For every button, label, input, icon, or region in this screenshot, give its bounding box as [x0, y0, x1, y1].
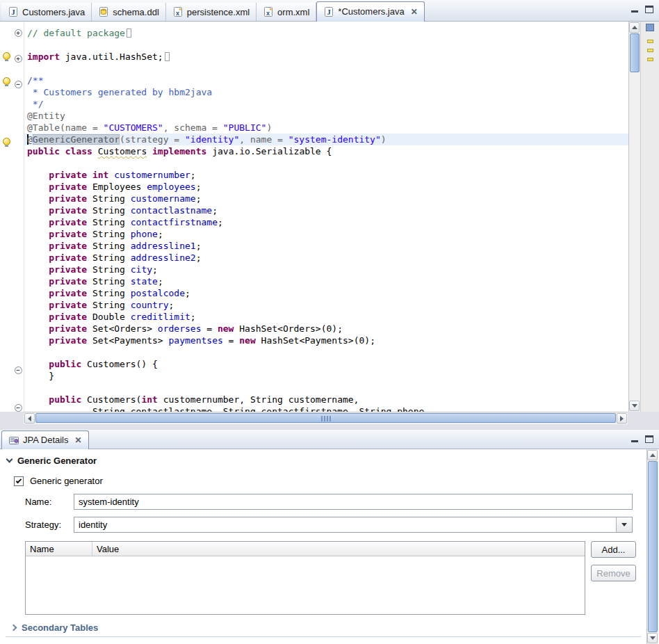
- svg-text:x: x: [176, 10, 179, 17]
- java-editor[interactable]: ++−−− // default packageimport java.util…: [0, 22, 659, 412]
- tab-close-icon[interactable]: ✕: [75, 435, 82, 445]
- editor-stack: JCustomers.javaschema.ddlxpersistence.xm…: [0, 0, 659, 424]
- editor-tab-strip: JCustomers.javaschema.ddlxpersistence.xm…: [0, 0, 659, 21]
- code-line: public Customers(int customernumber, Str…: [24, 394, 628, 405]
- remove-button[interactable]: Remove: [591, 565, 636, 581]
- svg-text:J: J: [11, 8, 15, 16]
- annotation-row: [0, 256, 13, 268]
- annotation-row: [0, 27, 13, 39]
- code-token: private: [49, 205, 87, 216]
- editor-horizontal-scrollbar[interactable]: [24, 412, 628, 424]
- annotation-row: [0, 185, 13, 197]
- fold-row: [13, 140, 24, 152]
- code-line: private String city;: [24, 264, 628, 275]
- generic-generator-section-header[interactable]: Generic Generator: [7, 456, 97, 466]
- code-token: ;: [158, 229, 163, 239]
- editor-tab-orm.xml[interactable]: xorm.xml: [257, 3, 316, 21]
- code-token: private: [49, 288, 87, 298]
- section-divider: [6, 636, 641, 637]
- fold-collapse-icon[interactable]: −: [15, 404, 22, 412]
- tab-jpa-details[interactable]: JPA Details ✕: [1, 430, 89, 449]
- vertical-scrollbar-thumb[interactable]: [648, 461, 658, 632]
- scroll-right-arrow-icon[interactable]: [617, 413, 627, 424]
- name-label: Name:: [25, 497, 51, 507]
- overview-warning-mark[interactable]: [647, 40, 653, 43]
- overview-warning-mark[interactable]: [647, 58, 653, 61]
- fold-collapse-icon[interactable]: −: [15, 367, 22, 374]
- tab-close-icon[interactable]: ✕: [411, 7, 418, 17]
- editor-tab-schema.ddl[interactable]: schema.ddl: [92, 3, 165, 21]
- code-line: import java.util.HashSet;: [24, 51, 628, 63]
- code-line: private int customernumber;: [24, 169, 628, 181]
- fold-row: [13, 353, 24, 364]
- maximize-icon[interactable]: [645, 6, 653, 13]
- section-collapsed-twistie-icon[interactable]: [10, 625, 17, 631]
- scroll-up-arrow-icon[interactable]: [629, 22, 640, 33]
- scroll-up-arrow-icon[interactable]: [647, 450, 658, 460]
- code-token: private: [49, 323, 87, 334]
- code-token: "PUBLIC": [223, 122, 267, 133]
- code-token: ;: [190, 170, 196, 180]
- jpa-details-stack: JPA Details ✕ Generic Generator Generic …: [0, 430, 659, 644]
- code-token: postalcode: [131, 288, 185, 298]
- code-token: public: [49, 394, 81, 405]
- annotation-row: [0, 280, 13, 291]
- minimize-icon[interactable]: [630, 6, 639, 13]
- properties-table[interactable]: NameValue: [25, 541, 585, 615]
- editor-tab-customers.java[interactable]: JCustomers.java: [1, 3, 92, 21]
- view-vertical-scrollbar[interactable]: [646, 449, 658, 644]
- code-token: private: [49, 276, 87, 287]
- annotation-gutter: [0, 22, 13, 412]
- code-token: , name =: [239, 134, 288, 145]
- code-area[interactable]: // default packageimport java.util.HashS…: [24, 22, 628, 412]
- maximize-icon[interactable]: [645, 435, 653, 443]
- scroll-left-arrow-icon[interactable]: [24, 413, 35, 424]
- code-token: /**: [27, 75, 43, 86]
- quickfix-lightbulb-icon[interactable]: [3, 77, 10, 85]
- editor-tab-persistence.xml[interactable]: xpersistence.xml: [166, 3, 257, 21]
- column-header-name[interactable]: Name: [26, 542, 92, 556]
- code-line: @Table(name = "CUSTOMERS", schema = "PUB…: [24, 122, 628, 134]
- fold-collapse-icon[interactable]: −: [15, 81, 22, 88]
- code-token: [27, 359, 49, 369]
- editor-vertical-scrollbar[interactable]: [628, 22, 640, 412]
- code-token: @: [27, 134, 33, 145]
- annotation-row: [0, 244, 13, 256]
- quickfix-lightbulb-icon[interactable]: [3, 52, 10, 60]
- code-token: java.io.Serializable {: [206, 146, 332, 156]
- quickfix-lightbulb-icon[interactable]: [3, 138, 10, 145]
- code-token: "CUSTOMERS": [104, 122, 163, 133]
- code-token: [27, 312, 49, 322]
- code-token: ;: [158, 276, 163, 287]
- java-file-icon: J: [323, 6, 334, 17]
- generic-generator-checkbox[interactable]: [14, 476, 24, 486]
- section-expanded-twistie-icon[interactable]: [6, 456, 13, 463]
- code-token: [27, 241, 49, 251]
- strategy-combo[interactable]: identity: [74, 517, 633, 533]
- name-input[interactable]: system-identity: [74, 494, 633, 510]
- code-line: public Customers() {: [24, 358, 628, 370]
- column-header-value[interactable]: Value: [92, 542, 585, 556]
- editor-tab-customers.java[interactable]: J*Customers.java✕: [316, 1, 424, 22]
- add-button[interactable]: Add...: [591, 541, 636, 558]
- scroll-down-arrow-icon[interactable]: [647, 633, 658, 643]
- fold-expand-icon[interactable]: +: [15, 29, 22, 37]
- secondary-tables-section-header[interactable]: Secondary Tables: [11, 622, 98, 633]
- combo-dropdown-button[interactable]: [616, 517, 632, 532]
- fold-row: [13, 187, 24, 199]
- annotation-row: [0, 101, 13, 113]
- annotation-row: [0, 374, 13, 386]
- annotation-row: [0, 268, 13, 280]
- code-line: }: [24, 370, 628, 382]
- vertical-scrollbar-thumb[interactable]: [630, 33, 640, 72]
- minimize-icon[interactable]: [630, 435, 639, 443]
- code-token: [27, 170, 49, 180]
- scroll-down-arrow-icon[interactable]: [629, 401, 640, 411]
- annotation-row: [0, 362, 13, 374]
- properties-table-body[interactable]: [26, 556, 585, 614]
- code-token: ;: [196, 252, 202, 263]
- fold-expand-icon[interactable]: +: [15, 55, 22, 63]
- sash-divider[interactable]: [0, 424, 659, 430]
- overview-warning-mark[interactable]: [647, 49, 653, 52]
- horizontal-scrollbar-thumb[interactable]: [35, 413, 616, 423]
